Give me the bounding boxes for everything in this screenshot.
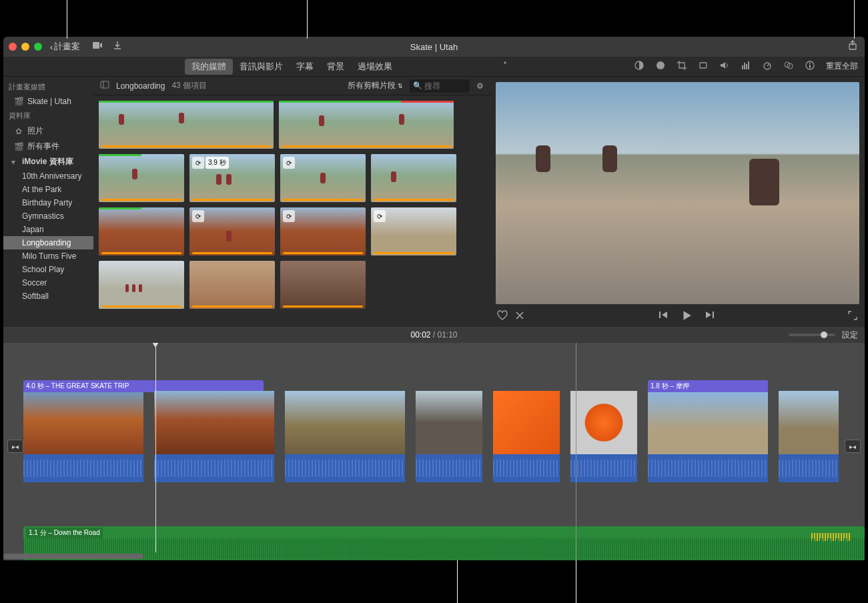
volume-icon[interactable] (719, 60, 730, 73)
share-button[interactable] (847, 40, 858, 53)
timeline-clip[interactable] (154, 391, 274, 498)
sidebar-event[interactable]: Gymnastics (3, 209, 93, 223)
media-clip[interactable] (99, 154, 184, 202)
flower-icon: ✿ (14, 127, 23, 136)
sidebar-all-events[interactable]: 🎬 所有事件 (3, 139, 93, 154)
color-wheel-icon[interactable] (655, 60, 666, 73)
loading-icon: ⟳ (374, 210, 386, 222)
zoom-slider[interactable] (789, 334, 835, 336)
play-button[interactable] (681, 310, 693, 324)
sidebar-event-selected[interactable]: Longboarding (3, 236, 93, 249)
media-clip[interactable] (99, 101, 274, 149)
sidebar-toggle-icon[interactable] (100, 80, 109, 91)
audio-clip[interactable]: 1.1 分 – Down the Road (23, 526, 865, 560)
disclosure-triangle-icon[interactable]: ▾ (9, 157, 18, 167)
imovie-library-label: iMovie 資料庫 (22, 156, 73, 167)
photos-label: 照片 (27, 125, 43, 137)
updown-icon: ⇅ (398, 83, 403, 89)
playhead[interactable] (155, 343, 156, 552)
next-button[interactable] (705, 310, 715, 324)
loading-icon: ⟳ (283, 210, 295, 222)
timeline-clip[interactable]: 1.8 秒 – 摩押 (648, 391, 768, 498)
sidebar-project-item[interactable]: 🎬 Skate | Utah (3, 95, 93, 108)
title-clip-label[interactable]: 1.8 秒 – 摩押 (648, 380, 768, 392)
tab-backgrounds[interactable]: 背景 (320, 59, 351, 75)
loading-icon: ⟳ (192, 157, 204, 169)
fullscreen-icon[interactable] (847, 312, 858, 323)
transition-end-icon[interactable]: ▸◂ (845, 440, 861, 453)
media-clip[interactable] (99, 261, 184, 309)
tab-my-media[interactable]: 我的媒體 (185, 59, 233, 75)
media-clip[interactable] (371, 154, 456, 202)
filter-dropdown[interactable]: 所有剪輯片段 ⇅ (348, 80, 403, 91)
tab-titles[interactable]: 字幕 (290, 59, 320, 75)
timeline-clip[interactable] (285, 391, 405, 498)
transition-start-icon[interactable]: ▸◂ (7, 440, 23, 453)
sidebar-photos[interactable]: ✿ 照片 (3, 123, 93, 139)
timeline-clip[interactable] (779, 391, 839, 498)
stabilize-icon[interactable] (698, 60, 709, 73)
tab-transitions[interactable]: 過場效果 (351, 59, 399, 75)
sidebar-event[interactable]: At the Park (3, 183, 93, 196)
back-label: 計畫案 (54, 41, 80, 53)
info-icon[interactable] (805, 60, 815, 73)
favorite-icon[interactable] (497, 310, 508, 324)
media-browser: Longboarding 43 個項目 所有剪輯片段 ⇅ 🔍 ⚙ ⟳3.9 秒 … (93, 77, 490, 327)
sidebar-event[interactable]: Milo Turns Five (3, 249, 93, 263)
back-to-projects-button[interactable]: ‹ 計畫案 (50, 41, 80, 53)
media-clip[interactable] (280, 261, 366, 309)
viewer-canvas[interactable] (496, 82, 859, 304)
speed-icon[interactable] (762, 60, 773, 73)
sidebar-event[interactable]: Softball (3, 289, 93, 303)
sidebar-imovie-library[interactable]: ▾ iMovie 資料庫 (3, 154, 93, 169)
sidebar-event[interactable]: Japan (3, 223, 93, 236)
media-import-icon[interactable] (92, 40, 103, 53)
svg-rect-14 (809, 65, 811, 68)
filter-icon[interactable] (783, 60, 794, 73)
svg-rect-8 (748, 61, 749, 69)
equalizer-icon[interactable] (741, 60, 751, 73)
sidebar-event[interactable]: School Play (3, 263, 93, 276)
clip-grid[interactable]: ⟳3.9 秒 ⟳ ⟳ ⟳ ⟳ (93, 95, 490, 327)
media-clip[interactable]: ⟳ (280, 207, 366, 255)
zoom-knob[interactable] (821, 332, 827, 338)
import-download-icon[interactable] (112, 40, 123, 53)
timeline-clip[interactable]: 4.0 秒 – THE GREAT SKATE TRIP (23, 391, 143, 498)
timeline-clip[interactable] (570, 391, 637, 498)
clapperboard-icon: 🎬 (14, 97, 23, 106)
svg-rect-4 (700, 63, 707, 68)
media-clip[interactable] (189, 261, 275, 309)
sidebar-event[interactable]: Birthday Party (3, 196, 93, 209)
timecode: 00:02 / 01:10 (410, 330, 457, 340)
timeline-clip[interactable] (493, 391, 560, 498)
timeline-clip[interactable] (416, 391, 482, 498)
window-zoom-button[interactable] (34, 43, 42, 51)
reject-icon[interactable] (514, 310, 525, 324)
search-field[interactable]: 🔍 (410, 79, 470, 93)
enhance-icon[interactable] (497, 60, 508, 73)
prev-button[interactable] (658, 310, 669, 324)
sidebar-event[interactable]: Soccer (3, 276, 93, 289)
media-clip[interactable]: ⟳ (371, 207, 456, 255)
total-time: 01:10 (438, 330, 458, 340)
gear-icon[interactable]: ⚙ (476, 81, 484, 91)
clip-duration: 3.9 秒 (205, 157, 229, 169)
window-close-button[interactable] (9, 43, 17, 51)
settings-button[interactable]: 設定 (842, 330, 858, 341)
tab-audio-video[interactable]: 音訊與影片 (233, 59, 290, 75)
horizontal-scrollbar[interactable] (3, 554, 143, 559)
svg-point-13 (809, 63, 811, 64)
timeline[interactable]: ▸◂ 4.0 秒 – THE GREAT SKATE TRIP 1.8 秒 – … (3, 343, 865, 560)
media-clip[interactable]: ⟳ (189, 207, 275, 255)
preview-viewer (490, 77, 865, 327)
reset-all-button[interactable]: 重置全部 (826, 61, 858, 72)
media-clip[interactable]: ⟳ (280, 154, 366, 202)
media-clip[interactable] (279, 101, 454, 149)
svg-rect-7 (746, 64, 747, 69)
window-minimize-button[interactable] (21, 43, 29, 51)
color-balance-icon[interactable] (634, 60, 644, 73)
media-clip[interactable] (99, 207, 184, 255)
media-clip[interactable]: ⟳3.9 秒 (189, 154, 275, 202)
sidebar-event[interactable]: 10th Anniversary (3, 169, 93, 183)
crop-icon[interactable] (677, 60, 687, 73)
